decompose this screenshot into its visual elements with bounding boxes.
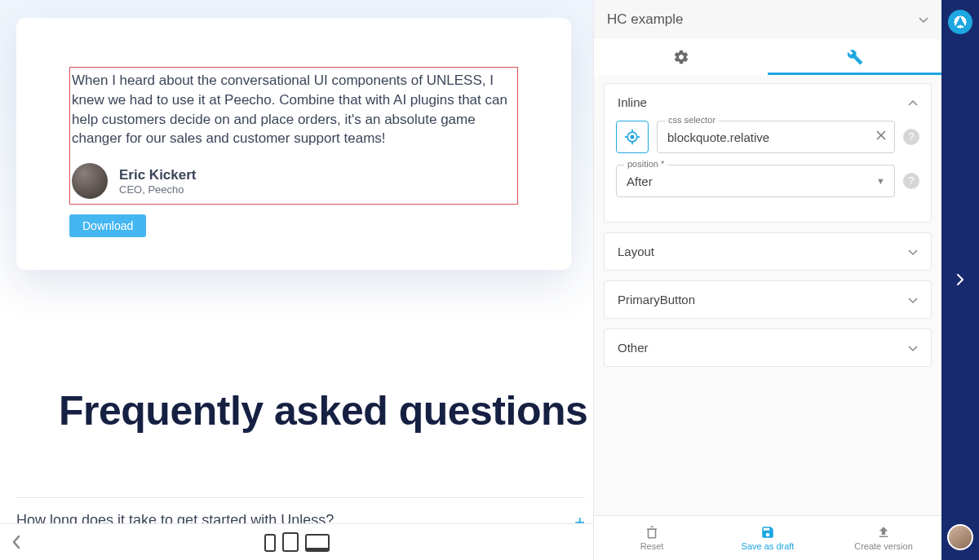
reset-label: Reset — [640, 541, 664, 551]
plus-icon[interactable]: + — [574, 512, 585, 523]
section-layout: Layout — [604, 232, 932, 271]
help-icon[interactable]: ? — [903, 173, 919, 189]
config-panel: HC example Inline — [593, 0, 941, 560]
device-phone-button[interactable] — [264, 534, 276, 552]
tab-tools[interactable] — [768, 39, 941, 75]
panel-tabs — [594, 39, 941, 75]
css-selector-label: css selector — [665, 115, 719, 125]
create-version-label: Create version — [854, 541, 913, 551]
avatar — [72, 163, 108, 199]
create-version-button[interactable]: Create version — [826, 516, 941, 560]
panel-header[interactable]: HC example — [594, 0, 941, 39]
testimonial-text: When I heard about the conversational UI… — [72, 71, 512, 148]
svg-point-1 — [631, 135, 633, 138]
trash-icon — [645, 525, 659, 540]
author-name: Eric Kickert — [119, 167, 197, 183]
section-title: Inline — [618, 95, 647, 109]
preview-content: When I heard about the conversational UI… — [0, 0, 593, 523]
author-row: Eric Kickert CEO, Peecho — [72, 163, 512, 199]
section-title: Layout — [618, 245, 654, 258]
help-icon[interactable]: ? — [903, 129, 919, 145]
position-label: position * — [624, 159, 667, 169]
faq-question-text: How long does it take to get started wit… — [16, 512, 334, 523]
chevron-down-icon — [908, 245, 918, 258]
section-primary-button: PrimaryButton — [604, 280, 932, 319]
section-title: Other — [618, 341, 649, 355]
faq-heading: Frequently asked questions — [59, 387, 587, 434]
upload-icon — [876, 525, 891, 540]
chevron-down-icon[interactable] — [919, 13, 928, 26]
download-button[interactable]: Download — [69, 214, 146, 237]
panel-footer: Reset Save as draft Create version — [594, 515, 941, 560]
save-draft-button[interactable]: Save as draft — [710, 516, 826, 560]
reset-button[interactable]: Reset — [594, 516, 710, 560]
back-button[interactable] — [0, 535, 33, 549]
right-rail — [941, 0, 979, 560]
panel-body: Inline css selector — [594, 75, 941, 515]
section-layout-header[interactable]: Layout — [605, 233, 931, 270]
app-logo-button[interactable] — [948, 10, 972, 34]
section-other-header[interactable]: Other — [605, 329, 931, 366]
css-selector-input[interactable] — [657, 121, 895, 153]
panel-title: HC example — [607, 11, 684, 28]
target-selector-button[interactable] — [616, 121, 649, 153]
chevron-down-icon — [908, 293, 918, 306]
device-tablet-button[interactable] — [282, 532, 299, 552]
chevron-up-icon — [908, 95, 918, 109]
expand-rail-button[interactable] — [957, 274, 963, 288]
faq-question[interactable]: How long does it take to get started wit… — [16, 512, 585, 523]
position-value: After — [627, 174, 653, 188]
tab-settings[interactable] — [594, 39, 768, 75]
section-inline: Inline css selector — [604, 83, 932, 223]
section-inline-header[interactable]: Inline — [605, 84, 931, 121]
section-primary-button-header[interactable]: PrimaryButton — [605, 281, 931, 318]
preview-bottom-bar — [0, 523, 593, 560]
author-title: CEO, Peecho — [119, 183, 197, 196]
section-other: Other — [604, 329, 932, 367]
testimonial-card: When I heard about the conversational UI… — [16, 18, 571, 270]
save-draft-label: Save as draft — [742, 541, 795, 551]
section-title: PrimaryButton — [618, 293, 695, 306]
device-desktop-button[interactable] — [305, 534, 330, 552]
caret-down-icon: ▼ — [876, 176, 885, 186]
divider — [16, 497, 585, 498]
preview-area: When I heard about the conversational UI… — [0, 0, 593, 560]
logo-icon — [955, 16, 966, 28]
selected-element-highlight[interactable]: When I heard about the conversational UI… — [69, 67, 518, 205]
crosshair-icon — [624, 129, 640, 145]
user-avatar-button[interactable] — [947, 524, 973, 550]
chevron-down-icon — [908, 341, 918, 355]
clear-input-button[interactable] — [875, 130, 887, 144]
gear-icon — [673, 49, 689, 65]
device-toggles — [264, 532, 330, 552]
save-icon — [760, 525, 775, 540]
svg-rect-6 — [649, 529, 656, 538]
wrench-icon — [847, 49, 863, 65]
position-select[interactable]: After — [616, 165, 895, 197]
